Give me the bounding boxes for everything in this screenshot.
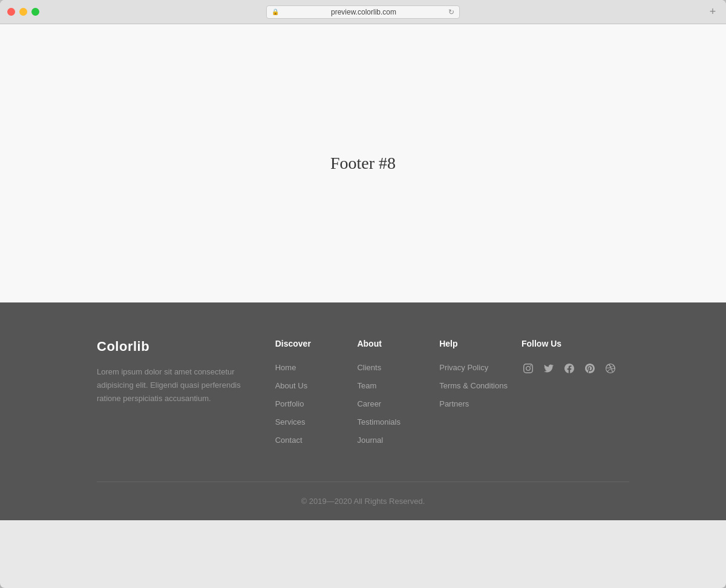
discover-link-home[interactable]: Home: [275, 363, 296, 372]
page-title: Footer #8: [330, 154, 396, 173]
close-button[interactable]: [7, 8, 15, 16]
help-link-partners[interactable]: Partners: [439, 399, 469, 408]
dribbble-icon[interactable]: [604, 362, 617, 375]
about-link-clients[interactable]: Clients: [357, 363, 381, 372]
about-link-testimonials[interactable]: Testimonials: [357, 417, 401, 426]
about-links: Clients Team Career Testimonials Journal: [357, 362, 427, 445]
discover-link-about[interactable]: About Us: [275, 381, 307, 390]
refresh-icon[interactable]: ↻: [448, 8, 454, 16]
lock-icon: 🔒: [272, 8, 279, 15]
footer-about-column: About Clients Team Career Testimonials J…: [357, 339, 439, 445]
social-icons: [522, 362, 617, 375]
discover-link-services[interactable]: Services: [275, 417, 306, 426]
brand-name: Colorlib: [97, 339, 251, 354]
facebook-icon[interactable]: [563, 362, 576, 375]
copyright-text: © 2019—2020 All Rights Reserved.: [0, 497, 726, 506]
help-link-privacy[interactable]: Privacy Policy: [439, 363, 488, 372]
footer: Colorlib Lorem ipsum dolor sit amet cons…: [0, 302, 726, 520]
help-link-terms[interactable]: Terms & Conditions: [439, 381, 508, 390]
browser-titlebar: 🔒 preview.colorlib.com ↻ +: [0, 0, 726, 24]
minimize-button[interactable]: [19, 8, 27, 16]
new-tab-button[interactable]: +: [707, 6, 719, 18]
discover-links: Home About Us Portfolio Services Contact: [275, 362, 345, 445]
about-link-journal[interactable]: Journal: [357, 436, 383, 445]
pinterest-icon[interactable]: [583, 362, 597, 375]
url-text: preview.colorlib.com: [283, 8, 445, 16]
about-link-team[interactable]: Team: [357, 381, 376, 390]
browser-traffic-lights: [7, 8, 39, 16]
page-body: Footer #8: [0, 24, 726, 302]
twitter-icon[interactable]: [542, 362, 555, 375]
footer-main: Colorlib Lorem ipsum dolor sit amet cons…: [73, 339, 653, 482]
footer-brand-column: Colorlib Lorem ipsum dolor sit amet cons…: [97, 339, 275, 445]
instagram-icon[interactable]: [522, 362, 535, 375]
help-heading: Help: [439, 339, 509, 348]
discover-heading: Discover: [275, 339, 345, 348]
footer-bottom: © 2019—2020 All Rights Reserved.: [0, 482, 726, 520]
follow-heading: Follow Us: [522, 339, 617, 348]
about-heading: About: [357, 339, 427, 348]
discover-link-portfolio[interactable]: Portfolio: [275, 399, 304, 408]
footer-help-column: Help Privacy Policy Terms & Conditions P…: [439, 339, 522, 445]
footer-follow-column: Follow Us: [522, 339, 629, 445]
brand-description: Lorem ipsum dolor sit amet consectetur a…: [97, 365, 251, 405]
maximize-button[interactable]: [31, 8, 39, 16]
browser-window: 🔒 preview.colorlib.com ↻ + Footer #8 Col…: [0, 0, 726, 588]
address-bar[interactable]: 🔒 preview.colorlib.com ↻: [266, 5, 460, 19]
discover-link-contact[interactable]: Contact: [275, 436, 302, 445]
help-links: Privacy Policy Terms & Conditions Partne…: [439, 362, 509, 409]
about-link-career[interactable]: Career: [357, 399, 381, 408]
footer-discover-column: Discover Home About Us Portfolio Service…: [275, 339, 358, 445]
